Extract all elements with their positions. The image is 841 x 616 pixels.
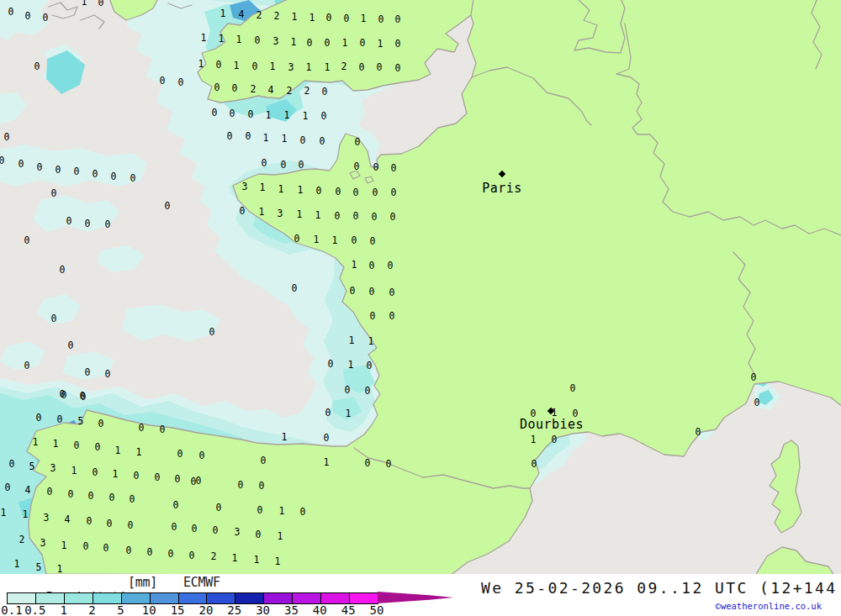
legend-unit-label: [mm]	[128, 575, 157, 590]
legend-tick-label: 1	[60, 604, 66, 616]
legend-tick-label: 35	[284, 604, 299, 616]
city-dot-icon	[499, 171, 505, 177]
legend-tick-label: 2	[88, 604, 95, 616]
forecast-datetime: We 25-02-2026 09..12 UTC (12+144	[481, 579, 838, 597]
legend-tick-label: 25	[227, 604, 241, 616]
legend-segment	[321, 593, 350, 603]
legend-color-scale	[7, 592, 378, 604]
legend-segment	[207, 593, 235, 603]
precipitation-map: 1422110010011103100101010101311200000242…	[0, 0, 841, 574]
legend-tick-label: 30	[256, 604, 270, 616]
legend-footer: Precipitation [mm] ECMWF 0.10.5125101520…	[0, 574, 841, 616]
city-label: Paris	[482, 182, 522, 195]
city-labels-layer: ParisDourbies	[0, 0, 841, 574]
legend-tick-labels: 0.10.5125101520253035404550	[0, 604, 471, 616]
legend-tick-label: 0.1	[1, 604, 22, 616]
legend-segment	[293, 593, 321, 603]
legend-model-label: ECMWF	[183, 575, 220, 590]
legend-segment	[93, 593, 122, 603]
copyright-link[interactable]: ©weatheronline.co.uk	[716, 601, 822, 611]
legend-segment	[36, 593, 65, 603]
weather-map-screen: 1422110010011103100101010101311200000242…	[0, 0, 841, 616]
legend-segment	[122, 593, 151, 603]
legend-segment	[179, 593, 208, 603]
legend-tick-label: 45	[341, 604, 356, 616]
legend-segment	[264, 593, 293, 603]
legend-segment	[8, 593, 36, 603]
legend-tick-label: 50	[370, 604, 384, 616]
legend-segment	[235, 593, 264, 603]
city-dot-icon	[547, 408, 554, 414]
legend-arrow-icon	[378, 592, 455, 603]
legend-tick-label: 15	[171, 604, 185, 616]
legend-tick-label: 10	[142, 604, 156, 616]
legend-tick-label: 0.5	[24, 604, 45, 616]
legend-tick-label: 5	[117, 604, 124, 616]
legend-segment	[151, 593, 179, 603]
city-label: Dourbies	[520, 419, 584, 431]
legend-segment	[350, 593, 378, 603]
legend-tick-label: 40	[313, 604, 327, 616]
legend-tick-label: 20	[198, 604, 213, 616]
legend-segment	[65, 593, 93, 603]
